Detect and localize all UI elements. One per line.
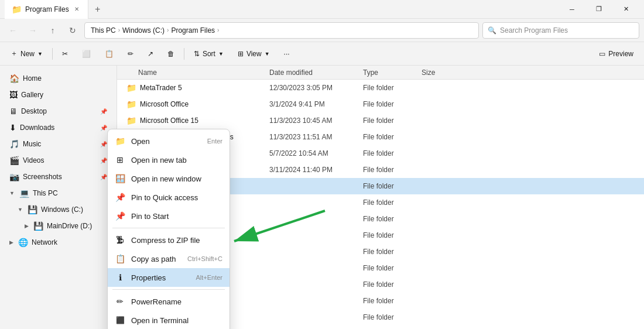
cut-button[interactable]: ✂ (56, 45, 74, 63)
view-button[interactable]: ⊞ View ▼ (232, 45, 276, 63)
share-button[interactable]: ↗ (142, 45, 159, 63)
sidebar-item-label-home: Home (23, 74, 42, 83)
ctx-pin-quick-label: Pin to Quick access (131, 193, 222, 202)
sidebar-item-maindrive[interactable]: ▶ 💾 MainDrive (D:) (2, 218, 114, 234)
rename-icon: ✏ (128, 50, 133, 58)
ctx-power-rename[interactable]: ✏ PowerRename (108, 292, 229, 311)
breadcrumb-this-pc[interactable]: This PC (91, 26, 116, 35)
pin-icon: 📌 (100, 108, 107, 115)
rename-button[interactable]: ✏ (122, 45, 139, 63)
column-name[interactable]: Name (117, 68, 269, 77)
sidebar-item-videos[interactable]: 🎬 Videos 📌 (2, 152, 114, 169)
sidebar: 🏠 Home 🖼 Gallery 🖥 Desktop 📌 ⬇ Downloads… (0, 66, 117, 329)
paste-button[interactable]: 📋 (99, 45, 119, 63)
column-size[interactable]: Size (422, 68, 468, 77)
sort-icon: ⇅ (194, 50, 200, 58)
ctx-open-new-window[interactable]: 🪟 Open in new window (108, 169, 229, 188)
more-button[interactable]: ··· (278, 45, 296, 63)
column-date[interactable]: Date modified (269, 68, 363, 77)
search-placeholder: Search Program Files (500, 26, 568, 35)
main-area: 🏠 Home 🖼 Gallery 🖥 Desktop 📌 ⬇ Downloads… (0, 66, 644, 329)
sidebar-item-home[interactable]: 🏠 Home (2, 70, 114, 87)
forward-button[interactable]: → (25, 22, 41, 39)
pin-start-icon: 📌 (115, 211, 125, 221)
breadcrumb-windows-c[interactable]: Windows (C:) (122, 26, 165, 35)
open-icon: 📁 (115, 136, 125, 146)
ctx-copy-path-label: Copy as path (131, 255, 181, 263)
ctx-open-new-tab[interactable]: ⊞ Open in new tab (108, 150, 229, 169)
breadcrumb-sep-2: › (167, 27, 169, 33)
copy-icon: ⬜ (82, 50, 91, 58)
cut-icon: ✂ (62, 50, 68, 58)
ctx-properties-label: Properties (131, 273, 190, 282)
sidebar-item-label-desktop: Desktop (21, 107, 47, 115)
ctx-compress[interactable]: 🗜 Compress to ZIP file (108, 231, 229, 249)
sort-dropdown-icon: ▼ (218, 51, 224, 57)
pin-icon-2: 📌 (100, 125, 107, 131)
ctx-sep-2 (112, 289, 225, 290)
table-row[interactable]: 📁Microsoft Office 15 11/3/2023 10:45 AM … (117, 112, 644, 129)
expand-icon-network: ▶ (9, 239, 13, 245)
ctx-open[interactable]: 📁 Open Enter (108, 132, 229, 150)
sidebar-item-music[interactable]: 🎵 Music 📌 (2, 136, 114, 152)
ctx-copy-path[interactable]: 📋 Copy as path Ctrl+Shift+C (108, 249, 229, 268)
delete-button[interactable]: 🗑 (162, 45, 180, 63)
new-tab-button[interactable]: + (88, 0, 107, 19)
preview-button[interactable]: ▭ Preview (593, 45, 639, 63)
ctx-pin-start[interactable]: 📌 Pin to Start (108, 207, 229, 225)
sidebar-item-label-videos: Videos (23, 156, 44, 164)
search-bar[interactable]: 🔍 Search Program Files (482, 22, 639, 39)
downloads-icon: ⬇ (9, 123, 16, 132)
sidebar-item-screenshots[interactable]: 📷 Screenshots 📌 (2, 169, 114, 185)
new-button[interactable]: ＋ New ▼ (5, 45, 49, 63)
ctx-properties[interactable]: ℹ Properties Alt+Enter (108, 268, 229, 287)
copy-button[interactable]: ⬜ (76, 45, 97, 63)
minimize-button[interactable]: ─ (559, 0, 585, 19)
close-button[interactable]: ✕ (612, 0, 639, 19)
maximize-button[interactable]: ❐ (585, 0, 612, 19)
refresh-button[interactable]: ↻ (64, 22, 81, 39)
delete-icon: 🗑 (167, 50, 174, 58)
copy-path-icon: 📋 (115, 253, 125, 264)
folder-icon: 📁 (126, 100, 136, 109)
table-row[interactable]: 📁MetaTrader 5 12/30/2023 3:05 PM File fo… (117, 80, 644, 96)
tab-program-files[interactable]: 📁 Program Files ✕ (5, 0, 88, 19)
sidebar-item-windows-c[interactable]: ▼ 💾 Windows (C:) (2, 201, 114, 218)
sidebar-item-label-screenshots: Screenshots (23, 173, 62, 181)
ctx-open-shortcut: Enter (207, 138, 222, 145)
breadcrumb-bar[interactable]: This PC › Windows (C:) › Program Files › (84, 22, 479, 39)
folder-icon: 📁 (126, 116, 136, 125)
this-pc-icon: 💻 (19, 189, 29, 198)
tab-close-button[interactable]: ✕ (73, 5, 81, 13)
sidebar-item-gallery[interactable]: 🖼 Gallery (2, 87, 114, 103)
maindrive-icon: 💾 (33, 221, 43, 231)
windows-c-icon: 💾 (28, 205, 37, 214)
view-label: View (246, 50, 262, 58)
breadcrumb-program-files[interactable]: Program Files (171, 26, 215, 35)
desktop-icon: 🖥 (9, 107, 18, 116)
table-row[interactable]: 📁Microsoft Office 3/1/2024 9:41 PM File … (117, 96, 644, 112)
up-button[interactable]: ↑ (44, 22, 61, 39)
breadcrumb-sep-1: › (118, 27, 120, 33)
sidebar-item-downloads[interactable]: ⬇ Downloads 📌 (2, 119, 114, 136)
terminal-icon: ⬛ (115, 315, 125, 325)
back-button[interactable]: ← (5, 22, 21, 39)
ctx-open-new-tab-label: Open in new tab (131, 156, 222, 164)
ctx-properties-shortcut: Alt+Enter (196, 274, 222, 281)
power-rename-icon: ✏ (115, 296, 125, 307)
sort-label: Sort (203, 50, 215, 58)
expand-icon-this-pc: ▼ (9, 190, 15, 196)
music-icon: 🎵 (9, 139, 19, 149)
ctx-sep-1 (112, 228, 225, 228)
ctx-copy-path-shortcut: Ctrl+Shift+C (187, 255, 222, 262)
sidebar-item-desktop[interactable]: 🖥 Desktop 📌 (2, 103, 114, 119)
ctx-pin-quick-access[interactable]: 📌 Pin to Quick access (108, 188, 229, 207)
sort-button[interactable]: ⇅ Sort ▼ (188, 45, 229, 63)
open-new-window-icon: 🪟 (115, 173, 125, 184)
sidebar-item-network[interactable]: ▶ 🌐 Network (2, 234, 114, 251)
sidebar-item-this-pc[interactable]: ▼ 💻 This PC (2, 185, 114, 201)
ctx-open-terminal[interactable]: ⬛ Open in Terminal (108, 311, 229, 329)
videos-icon: 🎬 (9, 156, 19, 165)
column-type[interactable]: Type (363, 68, 422, 77)
ctx-open-new-window-label: Open in new window (131, 174, 222, 183)
